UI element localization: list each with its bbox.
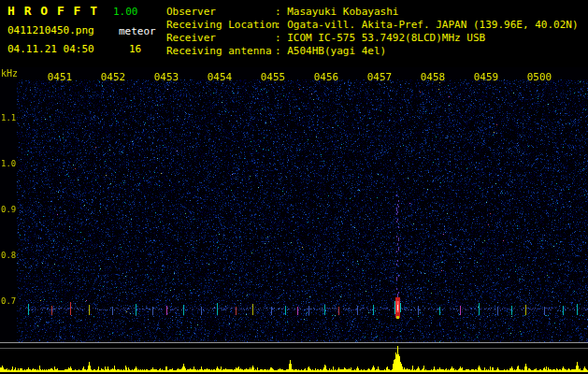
app-title: H R O F F T (7, 4, 98, 18)
hrofft-screen: H R O F F T 1.00 0411210450.png meteor 0… (0, 0, 588, 374)
meteor-count: 16 (129, 43, 141, 55)
info-row: Observer: Masayuki Kobayashi (166, 6, 579, 19)
time-label: 0457 (367, 71, 393, 83)
time-label: 0456 (314, 71, 339, 83)
info-separator: : (275, 6, 287, 18)
time-label: 0454 (208, 71, 233, 83)
time-label: 0451 (48, 71, 73, 83)
info-label: Receiver (166, 32, 275, 45)
freq-label: 0.8 (1, 251, 16, 260)
level-canvas (0, 342, 588, 374)
info-row: Receiver: ICOM IC-575 53.7492(8LCD)MHz U… (166, 32, 579, 45)
info-separator: : (275, 45, 287, 57)
time-label: 0459 (474, 71, 499, 83)
info-value: Ogata-vill. Akita-Pref. JAPAN (139.96E, … (287, 19, 578, 31)
time-label: 0458 (421, 71, 446, 83)
app-version: 1.00 (113, 6, 138, 18)
freq-label: 1.0 (1, 159, 16, 168)
freq-label: 0.9 (1, 205, 16, 214)
freq-label: 0.7 (1, 296, 16, 306)
output-filename: 0411210450.png (7, 24, 94, 36)
time-label: 0453 (154, 71, 179, 83)
info-separator: : (275, 19, 287, 31)
info-value: Masayuki Kobayashi (287, 6, 398, 18)
info-label: Receiving antenna (166, 45, 275, 58)
datetime-label: 04.11.21 04:50 (7, 43, 94, 55)
info-row: Receiving antenna: A504HB(yagi 4el) (166, 45, 579, 58)
time-label: 0500 (527, 71, 552, 83)
info-label: Observer (166, 6, 275, 19)
mode-label: meteor (119, 25, 156, 37)
spectrogram-canvas (0, 67, 588, 342)
freq-label: 1.1 (1, 113, 16, 122)
info-label: Receiving Location (166, 19, 275, 32)
freq-axis-unit: kHz (1, 68, 18, 79)
info-value: ICOM IC-575 53.7492(8LCD)MHz USB (287, 32, 485, 44)
info-row: Receiving Location: Ogata-vill. Akita-Pr… (166, 19, 579, 32)
time-label: 0452 (101, 71, 126, 83)
info-panel: Observer: Masayuki KobayashiReceiving Lo… (166, 6, 579, 58)
info-value: A504HB(yagi 4el) (287, 45, 386, 57)
info-separator: : (275, 32, 287, 44)
time-label: 0455 (261, 71, 286, 83)
